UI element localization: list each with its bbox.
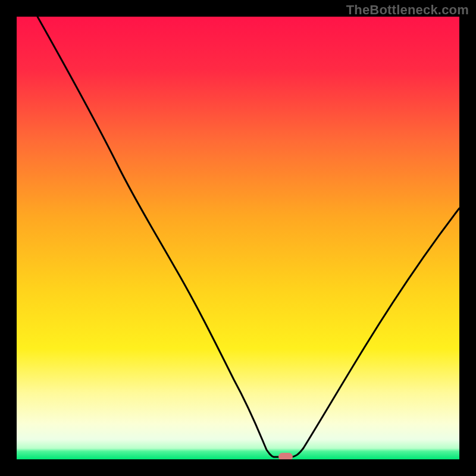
watermark-text: TheBottleneck.com (346, 2, 469, 18)
chart-frame: TheBottleneck.com (0, 0, 476, 476)
optimum-marker (278, 453, 293, 459)
chart-svg (17, 17, 459, 459)
plot-area (17, 17, 459, 459)
gradient-background (17, 17, 459, 459)
